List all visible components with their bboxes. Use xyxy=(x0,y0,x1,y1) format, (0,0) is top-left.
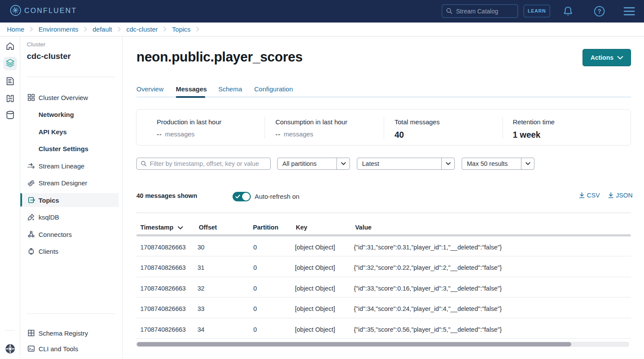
svg-text:?: ? xyxy=(598,8,602,15)
